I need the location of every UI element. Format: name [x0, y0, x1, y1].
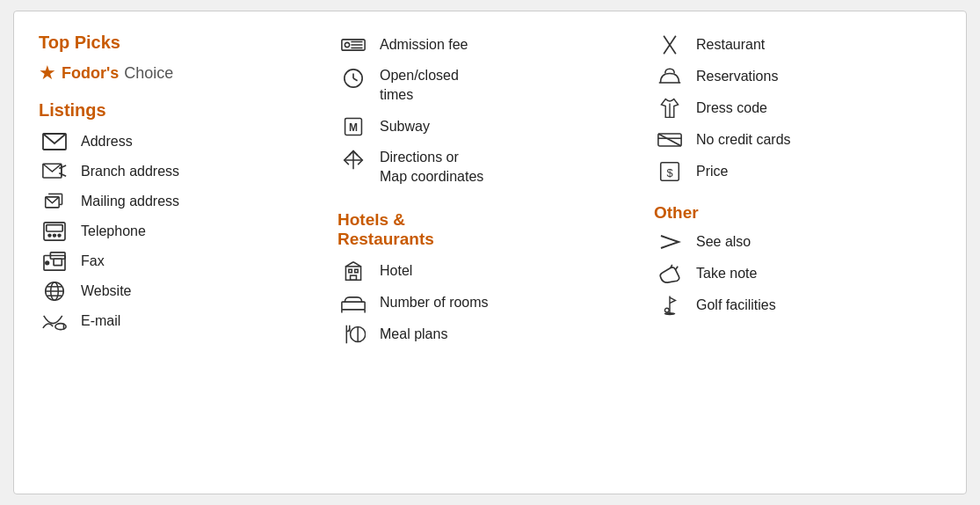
nocredit-icon: [654, 128, 686, 152]
list-item: Hotel: [338, 259, 654, 283]
list-item: Fax: [39, 249, 338, 274]
list-item: Address: [39, 129, 338, 154]
reservations-icon: [654, 64, 686, 89]
rooms-label: Number of rooms: [380, 295, 489, 311]
clock-icon: [338, 68, 369, 92]
price-label: Price: [696, 164, 728, 179]
admission-label: Admission fee: [380, 37, 468, 53]
svg-rect-37: [345, 267, 360, 280]
legend-card: Top Picks ★ Fodor's Choice Listings Addr…: [13, 11, 967, 494]
svg-rect-10: [47, 225, 62, 231]
fax-icon: [39, 249, 70, 274]
list-item: Directions orMap coordinates: [338, 148, 654, 187]
globe-icon: [39, 279, 70, 304]
envelope-icon: [39, 129, 70, 154]
ticket-icon: [338, 33, 369, 57]
hotel-label: Hotel: [380, 263, 412, 279]
seealso-label: See also: [696, 234, 751, 250]
choice-text: Choice: [124, 64, 173, 83]
listings-title: Listings: [39, 100, 338, 121]
list-item: See also: [654, 230, 941, 254]
subway-icon: M: [338, 114, 369, 139]
list-item: Take note: [654, 261, 941, 286]
golf-label: Golf facilities: [696, 297, 776, 313]
restaurant-label: Restaurant: [696, 37, 765, 53]
svg-point-17: [46, 261, 49, 265]
address-label: Address: [81, 134, 133, 150]
envelope-branch-icon: [39, 159, 70, 184]
list-item: Number of rooms: [338, 290, 654, 315]
fodors-text: Fodor's: [62, 64, 119, 83]
fodors-choice-row: ★ Fodor's Choice: [39, 62, 338, 84]
list-item: Open/closedtimes: [338, 66, 654, 106]
svg-rect-16: [54, 259, 62, 265]
list-item: Website: [39, 279, 338, 304]
svg-text:M: M: [349, 121, 358, 134]
price-icon: $: [654, 159, 686, 184]
subway-label: Subway: [380, 119, 430, 135]
nocredit-label: No credit cards: [696, 132, 791, 148]
arrow-icon: [654, 230, 686, 254]
svg-point-62: [664, 312, 676, 315]
list-item: Meal plans: [338, 322, 654, 347]
svg-rect-40: [351, 275, 357, 280]
svg-point-11: [48, 234, 51, 237]
list-item: $ Price: [654, 159, 941, 184]
takenote-label: Take note: [696, 266, 757, 282]
telephone-icon: [39, 219, 70, 244]
column-3: Restaurant Reservations Dress code: [654, 33, 941, 472]
utensils-icon: [654, 33, 686, 57]
mailing-label: Mailing address: [81, 194, 179, 209]
svg-rect-43: [342, 302, 365, 310]
list-item: M Subway: [338, 114, 654, 139]
svg-point-13: [58, 234, 61, 237]
dresscode-label: Dress code: [696, 100, 767, 116]
website-label: Website: [81, 283, 132, 299]
list-item: Branch address: [39, 159, 338, 184]
svg-line-3: [59, 173, 66, 177]
email-label: E-mail: [81, 313, 120, 329]
svg-line-56: [658, 134, 681, 146]
list-item: Telephone: [39, 219, 338, 244]
list-item: No credit cards: [654, 128, 941, 152]
meals-label: Meal plans: [380, 326, 447, 342]
directions-icon: [338, 150, 369, 174]
openclosed-label: Open/closedtimes: [380, 66, 459, 106]
svg-rect-39: [355, 269, 358, 272]
directions-label: Directions orMap coordinates: [380, 148, 483, 187]
list-item: E-mail: [39, 309, 338, 333]
hotels-restaurants-title: Hotels &Restaurants: [338, 210, 654, 251]
reservations-label: Reservations: [696, 69, 778, 84]
rooms-icon: [338, 290, 369, 315]
svg-line-60: [675, 267, 678, 270]
svg-line-32: [353, 78, 358, 81]
list-item: Restaurant: [654, 33, 941, 57]
fax-label: Fax: [81, 253, 105, 269]
branch-address-label: Branch address: [81, 164, 179, 179]
mailing-icon: [39, 189, 70, 214]
meals-icon: [338, 322, 369, 347]
list-item: Admission fee: [338, 33, 654, 57]
top-picks-title: Top Picks: [39, 33, 338, 53]
hotel-icon: [338, 259, 369, 283]
column-1: Top Picks ★ Fodor's Choice Listings Addr…: [39, 33, 338, 472]
telephone-label: Telephone: [81, 223, 146, 239]
hand-icon: [654, 261, 686, 286]
dresscode-icon: [654, 96, 686, 121]
email-icon: [39, 309, 70, 333]
svg-point-12: [54, 234, 56, 237]
svg-line-2: [59, 165, 66, 169]
list-item: Reservations: [654, 64, 941, 89]
list-item: Dress code: [654, 96, 941, 121]
svg-rect-38: [349, 269, 352, 272]
svg-text:$: $: [666, 166, 672, 179]
golf-icon: [654, 293, 686, 318]
list-item: Mailing address: [39, 189, 338, 214]
star-icon: ★: [39, 62, 56, 84]
svg-point-26: [345, 42, 349, 47]
svg-point-63: [664, 308, 669, 312]
other-title: Other: [654, 203, 941, 223]
list-item: Golf facilities: [654, 293, 941, 318]
column-2: Admission fee Open/closedtimes M Subwa: [338, 33, 654, 472]
